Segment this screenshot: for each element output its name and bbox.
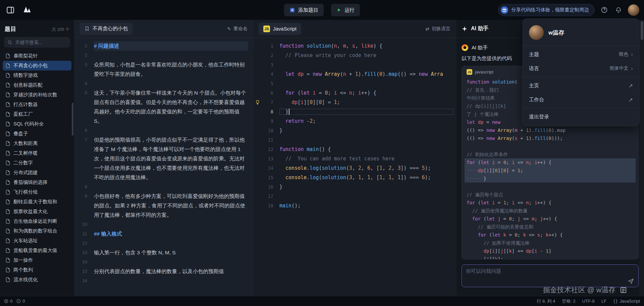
menu-item-home[interactable]: 主页 ↗	[523, 79, 639, 93]
markdown-line[interactable]: 15分别代表甜点的数量，魔法棒的数量，以及小包的预期值	[74, 267, 248, 276]
code-line[interactable]: 17	[253, 192, 456, 201]
sidebar-item[interactable]: 创意标题匹配	[3, 80, 71, 90]
code-line[interactable]: 12function main() {	[253, 145, 456, 154]
code-line[interactable]: 3	[253, 60, 456, 69]
status-indent[interactable]: 空格: 2	[562, 298, 575, 304]
sidebar-item[interactable]: 番茄编辑的选择	[3, 177, 71, 187]
sidebar-item[interactable]: 蛋糕工厂	[3, 109, 71, 119]
help-button[interactable]	[599, 5, 609, 15]
promo-banner[interactable]: 分享代码练习体验，领限量定制周边	[498, 4, 595, 16]
search-box[interactable]	[4, 37, 70, 48]
page-scrollbar[interactable]	[640, 20, 644, 296]
menu-item-theme[interactable]: 主题 暗色›	[523, 47, 639, 61]
sidebar-item[interactable]: 二分数字	[3, 158, 71, 168]
sidebar-item[interactable]: 暴雨梨花针	[3, 51, 71, 61]
sidebar-item[interactable]: 流水线优化	[3, 275, 71, 285]
code-line[interactable]: 7 dp[i][0][0] = 1;	[253, 98, 456, 107]
notifications-button[interactable]	[614, 5, 623, 15]
notes-icon[interactable]	[620, 286, 627, 294]
markdown-line[interactable]: 9小包很好奇，他有多少种方案，可以吃到喜爱值刚好为他的预期值的甜点。如果 2 种…	[74, 192, 248, 220]
switch-language-button[interactable]: ⇄ 切换语言	[425, 26, 450, 32]
sidebar-item[interactable]: 和为偶数的数字组合	[3, 226, 71, 236]
markdown-line[interactable]: 4	[74, 79, 248, 88]
sidebar-item[interactable]: 叠盘子	[3, 129, 71, 139]
sidebar-item[interactable]: 飞行棋分组	[3, 187, 71, 197]
ai-chat-input-box[interactable]	[462, 264, 639, 287]
markdown-line[interactable]: 11## 输入格式	[74, 229, 248, 239]
sidebar-item[interactable]: 古生物血缘远近判断	[3, 216, 71, 226]
markdown-line[interactable]: 16	[74, 276, 248, 286]
sidebar-item[interactable]: 火车站选址	[3, 236, 71, 246]
sidebar-item[interactable]: 穿越沙漠的补给次数	[3, 90, 71, 100]
sidebar-item[interactable]: 翻转后最大子数组和	[3, 197, 71, 207]
ai-chat-input[interactable]	[462, 265, 638, 287]
code-line[interactable]: 13 // You can add more test cases here	[253, 154, 456, 163]
sidebar-item[interactable]: 猜数字游戏	[3, 70, 71, 80]
markdown-line[interactable]: 2	[74, 51, 248, 60]
code-editor[interactable]: 1function solution(n, m, s, like) {2 // …	[253, 38, 456, 296]
markdown-line[interactable]: 3众所周知，小包是一名非常喜欢吃甜点的小朋友，他在工作时特别爱吃下午茶里的甜食。	[74, 60, 248, 79]
code-line[interactable]: 6 for (let i = 0; i <= n; i++) {	[253, 88, 456, 98]
markdown-line[interactable]: 10	[74, 220, 248, 229]
status-language[interactable]: {} JavaScript	[613, 299, 640, 304]
code-text: }	[279, 109, 453, 115]
search-input[interactable]	[15, 40, 67, 45]
file-icon	[5, 277, 10, 282]
code-line[interactable]: 8 }	[253, 107, 456, 116]
add-problem-button[interactable]: 添加题目	[284, 4, 324, 16]
markdown-line[interactable]: 1# 问题描述	[74, 41, 248, 51]
menu-item-language[interactable]: 语言 简体中文›	[523, 61, 639, 75]
line-number: 15	[262, 175, 273, 180]
code-line[interactable]: 4 let dp = new Array(n + 1).fill(0).map(…	[253, 69, 456, 79]
sidebar-item[interactable]: SQL 代码补全	[3, 119, 71, 129]
markdown-line[interactable]: 8	[74, 182, 248, 192]
rename-button[interactable]: ✎ 重命名	[227, 26, 248, 32]
sidebar-item[interactable]: 两个数列	[3, 265, 71, 275]
sidebar-item[interactable]: 不再贪心的小包	[3, 61, 71, 70]
menu-divider	[523, 77, 639, 77]
sidebar-item[interactable]: 大数和距离	[3, 139, 71, 148]
sidebar-item[interactable]: 股票收益最大化	[3, 207, 71, 216]
code-line[interactable]: 15 console.log(solution(3, 1, 1, [1, 1, …	[253, 173, 456, 182]
code-line[interactable]: 16}	[253, 182, 456, 192]
status-cursor-position[interactable]: 行 8, 列 4	[537, 298, 555, 304]
code-line[interactable]: 10}	[253, 126, 456, 135]
code-line[interactable]: 18main();	[253, 201, 456, 210]
code-line[interactable]: 1function solution(n, m, s, like) {	[253, 41, 456, 51]
markdown-line[interactable]: 7但是他的预期值很高，小哥的甜点似乎不一定满足得了他，所以他准备了 M 个魔法棒…	[74, 135, 248, 182]
status-eol[interactable]: LF	[601, 299, 606, 304]
markdown-line[interactable]: 12	[74, 239, 248, 248]
code-line[interactable]: 2 // Please write your code here	[253, 51, 456, 60]
sidebar-item[interactable]: 二叉树伴暖	[3, 148, 71, 158]
file-icon	[5, 209, 10, 214]
sidebar-item[interactable]: 加一操作	[3, 255, 71, 265]
markdown-text	[94, 182, 248, 192]
code-line[interactable]: 11	[253, 135, 456, 145]
markdown-line[interactable]: 14	[74, 257, 248, 267]
file-icon	[5, 121, 10, 126]
scrollbar-thumb[interactable]	[641, 21, 643, 40]
code-line[interactable]: 14 console.log(solution(3, 2, 6, [1, 2, …	[253, 163, 456, 173]
sidebar-scrollbar[interactable]	[72, 103, 73, 136]
sidebar-item-label: 暴雨梨花针	[13, 53, 38, 59]
markdown-line[interactable]: 13输入第一行，包含 3 个整数 N, M, S	[74, 248, 248, 257]
sidebar-item[interactable]: 货船载货量的最大值	[3, 246, 71, 255]
run-button[interactable]: 运行	[331, 4, 360, 16]
status-encoding[interactable]: UTF-8	[582, 299, 595, 304]
problem-editor[interactable]: 1# 问题描述23众所周知，小包是一名非常喜欢吃甜点的小朋友，他在工作时特别爱吃…	[74, 38, 253, 296]
status-infos[interactable]: 0	[16, 299, 25, 304]
language-tab[interactable]: JS JavaScript	[259, 23, 301, 35]
menu-item-logout[interactable]: 退出登录	[523, 110, 639, 124]
sidebar-toggle-button[interactable]	[5, 4, 16, 16]
user-avatar[interactable]	[628, 4, 639, 16]
send-icon[interactable]	[628, 278, 634, 285]
menu-item-workspace[interactable]: 工作台 ↗	[523, 93, 639, 107]
code-line[interactable]: 9 return -2;	[253, 116, 456, 126]
markdown-line[interactable]: 5这天，下午茶小哥像往常一样送来了今天的 N 个甜点。小包对每个甜点有自己的喜爱…	[74, 88, 248, 126]
status-errors[interactable]: 0	[4, 299, 12, 304]
markdown-line[interactable]: 6	[74, 126, 248, 135]
sidebar-item[interactable]: 打点计数器	[3, 100, 71, 109]
code-line[interactable]: 5	[253, 79, 456, 88]
lightbulb-icon[interactable]	[253, 100, 262, 105]
sidebar-item[interactable]: 分布式团建	[3, 168, 71, 177]
